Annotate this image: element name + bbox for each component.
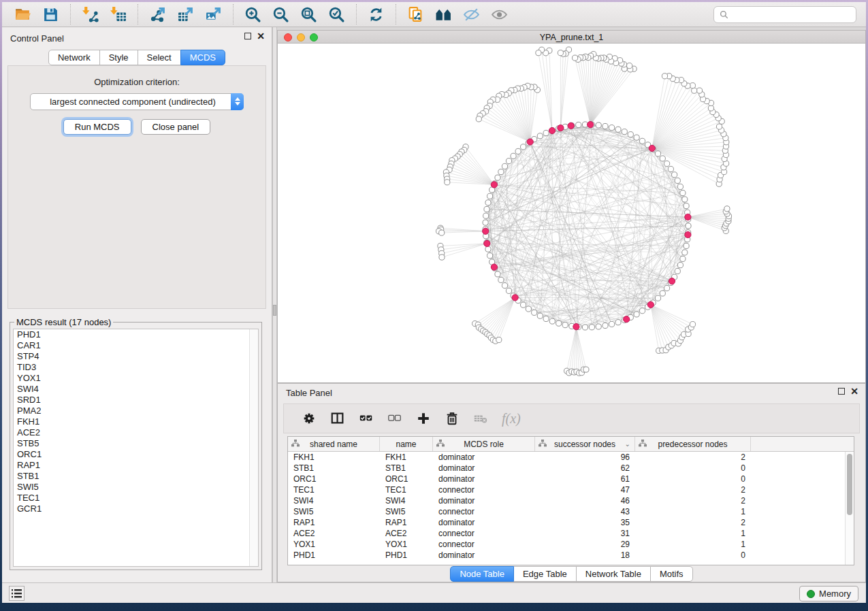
table-scrollbar-thumb[interactable] [847,454,852,515]
select-all-checkbox-icon[interactable] [358,410,374,427]
task-history-button[interactable] [9,586,25,601]
mcds-result-node[interactable]: STB1 [14,471,258,482]
table-panel: Table Panel ✕ f(x) shared namenameMCDS r… [277,383,866,582]
clone-network-icon[interactable] [406,5,425,24]
mcds-result-node[interactable]: TEC1 [14,493,258,503]
cell-MCDS-role: connector [433,528,535,539]
mcds-result-node[interactable]: ORC1 [14,449,258,460]
toolbar-separator [138,4,138,24]
refresh-layout-icon[interactable] [367,5,385,24]
mcds-result-node[interactable]: RAP1 [14,460,258,471]
cell-MCDS-role: dominator [433,517,535,528]
table-row[interactable]: ACE2ACE2connector311 [288,528,854,539]
optimization-criterion-select[interactable]: largest connected component (undirected) [30,93,244,110]
search-box[interactable] [713,6,856,23]
tab-mcds[interactable]: MCDS [180,50,225,65]
tab-style[interactable]: Style [99,50,138,65]
mcds-options-panel: Optimization criterion: largest connecte… [7,65,266,309]
cell-successor-nodes: 61 [535,474,635,484]
tab-node-table[interactable]: Node Table [450,566,514,582]
table-scrollbar[interactable] [845,452,854,565]
table-row[interactable]: TEC1TEC1connector472 [288,484,854,495]
mcds-result-node[interactable]: PMA2 [14,406,258,416]
export-image-icon[interactable] [204,5,223,24]
table-row[interactable]: PHD1PHD1dominator180 [288,550,854,561]
control-panel: Control Panel ✕ NetworkStyleSelectMCDS O… [2,27,272,582]
desktop: Control Panel ✕ NetworkStyleSelectMCDS O… [0,0,868,611]
network-window-titlebar[interactable]: YPA_prune.txt_1 [277,30,866,44]
cell-predecessor-nodes: 1 [635,506,751,517]
network-canvas[interactable] [277,44,866,383]
column-header-successor-nodes[interactable]: successor nodes⌄ [535,437,635,451]
mcds-result-node[interactable]: SRD1 [14,395,258,406]
mcds-result-node[interactable]: YOX1 [14,373,258,384]
memory-button[interactable]: Memory [799,586,858,601]
cell-name: TEC1 [380,484,433,495]
import-table-icon[interactable] [109,5,127,24]
mcds-result-node[interactable]: PHD1 [14,329,258,340]
hide-selected-icon[interactable] [462,5,481,24]
mcds-result-list[interactable]: PHD1CAR1STP4TID3YOX1SWI4SRD1PMA2FKH1ACE2… [13,329,259,567]
cell-successor-nodes: 96 [535,452,635,463]
column-header-predecessor-nodes[interactable]: predecessor nodes [635,437,751,451]
table-row[interactable]: STB1STB1dominator620 [288,463,854,474]
mcds-result-node[interactable]: FKH1 [14,416,258,427]
run-mcds-button[interactable]: Run MCDS [63,119,131,135]
network-graph[interactable] [278,44,865,382]
select-stepper-icon [231,93,244,110]
import-network-icon[interactable] [81,5,99,24]
close-table-panel-icon[interactable]: ✕ [850,388,858,395]
zoom-out-icon[interactable] [272,5,290,24]
search-input[interactable] [733,10,850,19]
mcds-result-scrollbar[interactable] [249,329,258,566]
column-layout-icon[interactable] [329,410,346,427]
column-header-name[interactable]: name [380,437,433,451]
table-row[interactable]: RAP1RAP1dominator352 [288,517,854,528]
close-panel-button[interactable]: Close panel [141,119,211,135]
deselect-all-checkbox-icon[interactable] [387,410,403,427]
table-row[interactable]: YOX1YOX1connector291 [288,539,854,550]
table-settings-icon[interactable] [301,410,317,427]
tab-network-table[interactable]: Network Table [576,566,651,582]
cell-predecessor-nodes: 0 [635,474,751,484]
function-builder-icon[interactable]: f(x) [502,411,521,427]
open-file-icon[interactable] [14,5,32,24]
add-column-icon[interactable] [415,410,432,427]
mcds-result-node[interactable]: GCR1 [14,503,258,514]
show-all-icon[interactable] [490,5,509,24]
first-neighbors-icon[interactable] [434,5,453,24]
table-row[interactable]: ORC1ORC1dominator610 [288,474,854,484]
mcds-result-node[interactable]: STP4 [14,351,258,362]
float-panel-icon[interactable] [244,33,251,39]
cell-shared-name: PHD1 [288,550,380,561]
column-header-MCDS-role[interactable]: MCDS role [433,437,535,451]
zoom-selected-icon[interactable] [327,5,346,24]
mcds-result-node[interactable]: ACE2 [14,427,258,438]
cell-shared-name: FKH1 [288,452,380,463]
export-table-icon[interactable] [176,5,195,24]
export-network-icon[interactable] [148,5,167,24]
mcds-result-node[interactable]: SWI4 [14,384,258,395]
save-session-icon[interactable] [42,5,60,24]
delete-column-icon[interactable] [444,410,460,427]
vertical-splitter[interactable] [272,27,277,582]
tab-network[interactable]: Network [48,50,100,65]
column-header-shared-name[interactable]: shared name [288,437,380,451]
tab-select[interactable]: Select [138,50,181,65]
control-panel-title: Control Panel [10,33,64,44]
close-panel-icon[interactable]: ✕ [257,33,265,39]
table-row[interactable]: SWI5SWI5connector431 [288,506,854,517]
zoom-fit-icon[interactable] [300,5,318,24]
mcds-result-node[interactable]: TID3 [14,362,258,373]
splitter-grip[interactable] [273,305,276,316]
mcds-result-node[interactable]: SWI5 [14,482,258,493]
table-row[interactable]: FKH1FKH1dominator962 [288,452,854,463]
tab-edge-table[interactable]: Edge Table [513,566,577,582]
table-row[interactable]: SWI4SWI4dominator462 [288,495,854,506]
mcds-result-node[interactable]: CAR1 [14,340,258,351]
tab-motifs[interactable]: Motifs [650,566,693,582]
float-table-panel-icon[interactable] [838,388,845,395]
cell-predecessor-nodes: 2 [635,517,751,528]
zoom-in-icon[interactable] [244,5,262,24]
mcds-result-node[interactable]: STB5 [14,438,258,449]
